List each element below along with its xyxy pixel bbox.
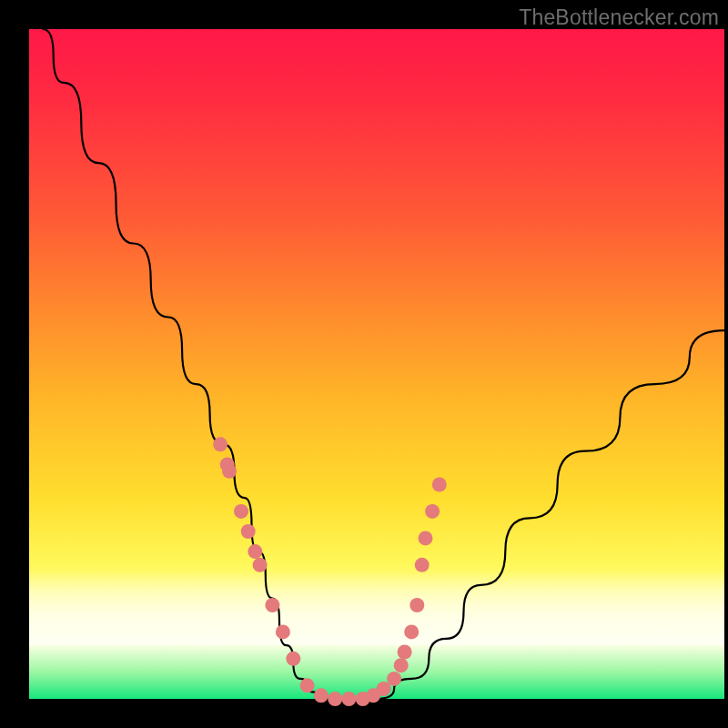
marker-dot — [222, 464, 237, 479]
marker-dot — [415, 558, 430, 572]
plot-area — [29, 29, 724, 699]
marker-dot — [286, 652, 300, 666]
marker-dot — [419, 531, 433, 545]
marker-dot — [404, 624, 419, 639]
marker-dot — [213, 437, 228, 451]
marker-dot — [248, 544, 262, 559]
marker-dot — [387, 672, 401, 686]
marker-dot — [410, 598, 424, 612]
marker-dot — [341, 692, 356, 706]
marker-dot — [276, 624, 290, 639]
marker-dot — [398, 645, 412, 660]
marker-dot — [300, 678, 315, 693]
marker-dot — [241, 524, 256, 539]
marker-dot — [328, 692, 342, 706]
chart-svg — [29, 29, 724, 699]
marker-dot — [265, 598, 279, 612]
watermark-text: TheBottlenecker.com — [519, 5, 719, 30]
bottleneck-curve-line — [43, 29, 724, 699]
marker-dot — [314, 688, 329, 703]
chart-frame: TheBottlenecker.com — [0, 0, 728, 728]
marker-dot — [394, 658, 409, 672]
marker-dot — [377, 682, 391, 696]
marker-dot — [425, 504, 440, 519]
marker-dot — [234, 504, 248, 519]
marker-dot — [432, 478, 447, 492]
marker-dot — [253, 558, 268, 572]
marker-points-group — [213, 437, 447, 706]
